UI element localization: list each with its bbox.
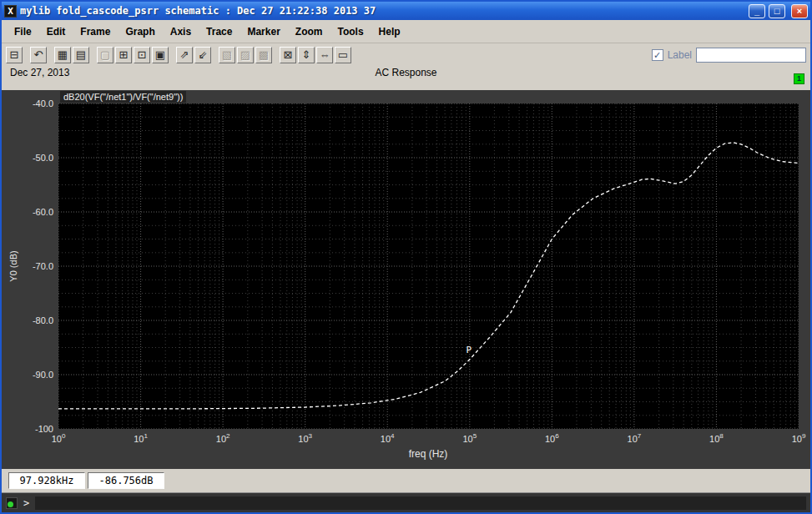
zoom-x-icon[interactable]: ⇔ xyxy=(316,47,333,63)
x-tick-label: 101 xyxy=(134,432,148,444)
x-tick-label: 103 xyxy=(298,432,312,444)
x-tick-label: 106 xyxy=(545,432,559,444)
menu-file[interactable]: File xyxy=(7,23,39,40)
add-subwindow-icon[interactable]: ⊞ xyxy=(115,47,132,63)
y-tick-label: -70.0 xyxy=(2,260,53,272)
page-badge[interactable]: 1 xyxy=(794,73,804,84)
copy-window-icon[interactable]: ⊡ xyxy=(134,47,150,63)
menu-graph[interactable]: Graph xyxy=(118,23,162,40)
plot-area[interactable]: dB20(VF("/net1")/VF("/net9")) P Y0 (dB) … xyxy=(2,90,810,469)
undo-icon[interactable]: ↶ xyxy=(30,47,47,63)
zoom-y-icon[interactable]: ⇕ xyxy=(298,47,315,63)
y-tick-label: -60.0 xyxy=(2,206,53,218)
minor-grid-icon[interactable]: ▤ xyxy=(73,47,89,63)
plot-canvas[interactable]: P xyxy=(58,103,799,429)
menu-help[interactable]: Help xyxy=(371,23,408,40)
y-tick-label: -90.0 xyxy=(2,369,53,380)
graph-header: Dec 27, 2013 AC Response 1 xyxy=(2,67,810,90)
label-checkbox-label: Label xyxy=(668,49,692,61)
maximize-button[interactable]: □ xyxy=(769,4,785,18)
marker-x-readout: 97.928kHz xyxy=(8,472,85,489)
marker-P: P xyxy=(467,345,472,355)
raise-window-icon[interactable]: ⇗ xyxy=(176,47,193,63)
graph-title: AC Response xyxy=(375,67,436,78)
titlebar[interactable]: X mylib fold_cascode_psrr schematic : De… xyxy=(2,2,810,20)
menu-axis[interactable]: Axis xyxy=(163,23,199,40)
menu-zoom[interactable]: Zoom xyxy=(288,23,330,40)
paste-window-icon[interactable]: ▣ xyxy=(152,47,169,63)
zoom-fit-icon[interactable]: ⊠ xyxy=(280,47,296,63)
command-prompt: > xyxy=(23,497,29,509)
x-tick-label: 100 xyxy=(52,432,66,444)
menu-tools[interactable]: Tools xyxy=(330,23,371,40)
y-tick-label: -50.0 xyxy=(2,152,53,164)
zoom-box-icon[interactable]: ▭ xyxy=(335,47,351,63)
menu-trace[interactable]: Trace xyxy=(199,23,240,40)
cut-trace-icon[interactable]: ▧ xyxy=(219,47,235,63)
x-tick-label: 107 xyxy=(628,432,642,444)
delete-trace-icon[interactable]: ▩ xyxy=(255,47,272,63)
trace-curve xyxy=(58,143,799,409)
menu-frame[interactable]: Frame xyxy=(73,23,118,40)
x-tick-label: 109 xyxy=(792,432,806,444)
command-input[interactable] xyxy=(35,496,806,510)
menu-edit[interactable]: Edit xyxy=(39,23,73,40)
checkmark-icon: ✓ xyxy=(653,51,661,60)
y-tick-label: -80.0 xyxy=(2,315,53,326)
command-status-icon xyxy=(6,497,18,509)
x-tick-label: 105 xyxy=(462,432,477,444)
x-tick-label: 108 xyxy=(709,432,724,444)
major-grid-icon[interactable]: ▦ xyxy=(54,47,71,63)
app-icon: X xyxy=(4,5,17,18)
close-button[interactable]: × xyxy=(791,4,808,18)
signal-label[interactable]: dB20(VF("/net1")/VF("/net9")) xyxy=(60,91,186,103)
command-line: > xyxy=(2,492,810,512)
minimize-button[interactable]: _ xyxy=(749,4,765,18)
lower-window-icon[interactable]: ⇙ xyxy=(194,47,211,63)
x-tick-label: 102 xyxy=(216,432,230,444)
x-axis-title: freq (Hz) xyxy=(409,448,448,460)
label-checkbox[interactable]: ✓ xyxy=(652,49,663,61)
menu-marker[interactable]: Marker xyxy=(240,23,287,40)
marker-readouts: 97.928kHz -86.756dB xyxy=(2,469,810,492)
ready-led-icon xyxy=(8,501,13,507)
y-tick-label: -40.0 xyxy=(2,98,53,109)
copy-trace-icon[interactable]: ▨ xyxy=(237,47,254,63)
header-date: Dec 27, 2013 xyxy=(10,67,69,78)
marker-y-readout: -86.756dB xyxy=(88,472,164,489)
menubar: File Edit Frame Graph Axis Trace Marker … xyxy=(2,20,810,43)
toolbar-icons: ⊟↶▦▤▢⊞⊡▣⇗⇙▧▨▩⊠⇕⇔▭ xyxy=(6,47,351,63)
x-tick-label: 104 xyxy=(381,432,395,444)
window-title: mylib fold_cascode_psrr schematic : Dec … xyxy=(20,2,745,20)
application-window: X mylib fold_cascode_psrr schematic : De… xyxy=(0,0,812,514)
subwindow-icon[interactable]: ▢ xyxy=(97,47,113,63)
toolbar-right: ✓ Label xyxy=(652,48,806,63)
label-input[interactable] xyxy=(696,48,806,63)
toolbar: ⊟↶▦▤▢⊞⊡▣⇗⇙▧▨▩⊠⇕⇔▭ ✓ Label xyxy=(2,43,810,67)
y-tick-label: -100 xyxy=(2,423,53,435)
print-icon[interactable]: ⊟ xyxy=(6,47,23,63)
